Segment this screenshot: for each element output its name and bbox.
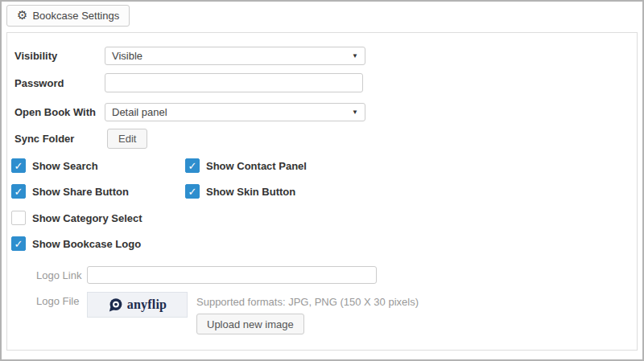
logo-file-preview: anyflip	[87, 292, 188, 318]
bookcase-settings-button-label: Bookcase Settings	[32, 10, 119, 22]
show-contact-panel-checkbox[interactable]	[185, 158, 200, 173]
open-book-with-row: Open Book With Detail panel ▼	[14, 103, 637, 121]
show-category-select-option[interactable]: Show Category Select	[11, 211, 185, 225]
supported-formats-text: Supported formats: JPG, PNG (150 X 30 pi…	[196, 292, 419, 308]
show-contact-panel-label: Show Contact Panel	[206, 160, 307, 172]
chevron-down-icon: ▼	[352, 53, 358, 59]
logo-file-label: Logo File	[36, 292, 87, 307]
show-skin-button-option[interactable]: Show Skin Button	[185, 184, 359, 199]
show-bookcase-logo-option[interactable]: Show Bookcase Logo	[11, 236, 185, 251]
show-search-checkbox[interactable]	[11, 158, 26, 173]
show-category-select-checkbox[interactable]	[11, 211, 26, 225]
password-input[interactable]	[105, 73, 363, 92]
chevron-down-icon: ▼	[352, 109, 358, 116]
sync-folder-row: Sync Folder Edit	[14, 129, 637, 149]
show-contact-panel-option[interactable]: Show Contact Panel	[185, 158, 359, 173]
open-book-with-label: Open Book With	[14, 106, 105, 118]
checkbox-row-4: Show Bookcase Logo	[11, 236, 637, 251]
sync-folder-label: Sync Folder	[14, 133, 105, 145]
visibility-label: Visibility	[14, 50, 105, 62]
visibility-selected-value: Visible	[112, 50, 142, 62]
open-book-with-selected-value: Detail panel	[112, 106, 167, 118]
gear-icon: ⚙	[17, 10, 27, 22]
bookcase-settings-page: ⚙ Bookcase Settings Visibility Visible ▼…	[0, 0, 644, 361]
checkbox-row-3: Show Category Select	[11, 211, 637, 225]
bookcase-settings-button[interactable]: ⚙ Bookcase Settings	[6, 5, 130, 27]
logo-link-input[interactable]	[87, 266, 377, 284]
anyflip-logo-icon	[108, 297, 123, 313]
logo-file-info: Supported formats: JPG, PNG (150 X 30 pi…	[196, 292, 419, 334]
show-skin-button-checkbox[interactable]	[185, 184, 200, 199]
show-share-button-label: Show Share Button	[32, 186, 129, 198]
show-search-label: Show Search	[32, 160, 98, 172]
show-bookcase-logo-checkbox[interactable]	[11, 236, 26, 251]
visibility-select[interactable]: Visible ▼	[105, 47, 365, 65]
show-share-button-checkbox[interactable]	[11, 184, 26, 199]
logo-link-row: Logo Link	[36, 266, 637, 284]
open-book-with-select[interactable]: Detail panel ▼	[105, 103, 365, 121]
show-search-option[interactable]: Show Search	[11, 158, 185, 173]
settings-panel: Visibility Visible ▼ Password Open Book …	[6, 32, 638, 351]
upload-new-image-button[interactable]: Upload new image	[196, 314, 304, 334]
checkbox-row-1: Show Search Show Contact Panel	[11, 158, 637, 173]
visibility-row: Visibility Visible ▼	[14, 47, 637, 65]
logo-link-label: Logo Link	[36, 266, 87, 281]
password-row: Password	[14, 73, 637, 92]
checkbox-row-2: Show Share Button Show Skin Button	[11, 184, 637, 199]
logo-file-row: Logo File anyflip Supported formats: JPG…	[36, 292, 637, 334]
show-bookcase-logo-label: Show Bookcase Logo	[32, 238, 141, 250]
password-label: Password	[14, 77, 105, 89]
sync-folder-edit-button[interactable]: Edit	[107, 129, 147, 149]
show-skin-button-label: Show Skin Button	[206, 186, 295, 198]
anyflip-logo-text: anyflip	[127, 297, 167, 312]
show-category-select-label: Show Category Select	[32, 212, 142, 224]
show-share-button-option[interactable]: Show Share Button	[11, 184, 185, 199]
